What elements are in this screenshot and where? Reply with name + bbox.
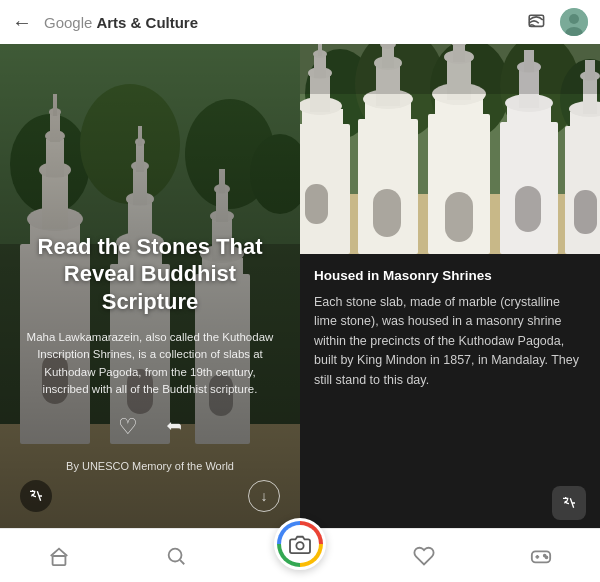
right-bottom-row (300, 478, 600, 528)
like-button[interactable]: ♡ (118, 414, 138, 440)
left-bottom-row: ↓ (20, 480, 280, 512)
right-image (300, 44, 600, 254)
avatar[interactable] (560, 8, 588, 36)
svg-rect-89 (300, 44, 600, 94)
svg-rect-90 (52, 556, 65, 565)
svg-point-2 (569, 14, 579, 24)
left-actions: ♡ ➦ (20, 414, 280, 440)
left-panel: Read the Stones That Reveal Buddhist Scr… (0, 44, 300, 528)
svg-rect-58 (305, 184, 328, 224)
left-attribution: By UNESCO Memory of the World (20, 460, 280, 472)
left-content: Read the Stones That Reveal Buddhist Scr… (0, 44, 300, 528)
translate-button-left[interactable] (20, 480, 52, 512)
svg-rect-88 (574, 190, 597, 234)
svg-rect-66 (373, 189, 401, 237)
app-title: Google Arts & Culture (44, 14, 516, 31)
right-panel: Housed in Masonry Shrines Each stone sla… (300, 44, 600, 528)
translate-button-right[interactable] (552, 486, 586, 520)
scroll-down-button[interactable]: ↓ (248, 480, 280, 512)
title-arts: Arts & Culture (96, 14, 198, 31)
cast-icon[interactable] (528, 12, 548, 33)
right-section-title: Housed in Masonry Shrines (314, 268, 586, 283)
svg-rect-81 (515, 186, 541, 232)
svg-line-92 (180, 560, 184, 564)
bottom-nav (0, 528, 600, 582)
top-bar: ← Google Arts & Culture (0, 0, 600, 44)
svg-point-91 (168, 548, 181, 561)
svg-rect-74 (445, 192, 473, 242)
nav-favorites[interactable] (405, 541, 443, 571)
left-description: Maha Lawkamarazein, also called the Kuth… (20, 329, 280, 398)
main-content: Read the Stones That Reveal Buddhist Scr… (0, 44, 600, 528)
svg-point-96 (546, 556, 548, 558)
right-description: Each stone slab, made of marble (crystal… (314, 293, 586, 390)
share-button[interactable]: ➦ (166, 414, 182, 440)
nav-home[interactable] (40, 541, 78, 571)
top-bar-icons (528, 8, 588, 36)
back-button[interactable]: ← (12, 11, 32, 34)
left-title: Read the Stones That Reveal Buddhist Scr… (20, 233, 280, 316)
camera-inner (281, 525, 319, 563)
right-text-area: Housed in Masonry Shrines Each stone sla… (300, 254, 600, 478)
nav-games[interactable] (522, 541, 560, 571)
nav-search[interactable] (157, 541, 195, 571)
title-google: Google (44, 14, 92, 31)
svg-rect-82 (565, 126, 600, 254)
svg-point-93 (296, 542, 303, 549)
